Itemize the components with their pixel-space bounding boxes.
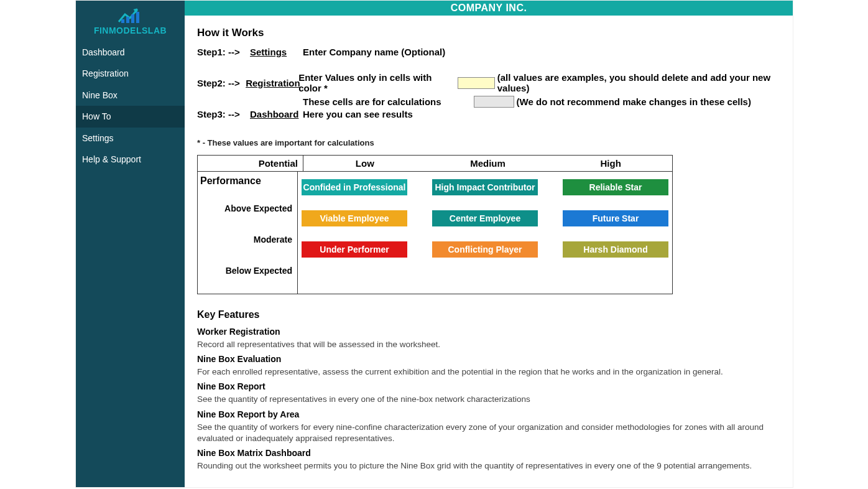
kf-3-h: Nine Box Report by Area (197, 409, 780, 419)
step2-hint: (all values are examples, you should del… (497, 72, 780, 93)
footnote: * - These values are important for calcu… (197, 138, 780, 147)
performance-label: Performance (200, 175, 292, 187)
row-moderate: Moderate (200, 224, 292, 255)
cell-1-1: Center Employee (432, 210, 538, 226)
cell-1-2: Future Star (563, 210, 668, 226)
kf-4-p: Rounding out the worksheet permits you t… (197, 460, 780, 472)
svg-rect-3 (136, 12, 139, 23)
nine-box-grid: Potential Low Medium High Performance Ab… (197, 155, 673, 294)
cell-2-1: Conflicting Player (432, 241, 538, 258)
key-features-title: Key Features (197, 309, 780, 320)
content: How it Works Step1: --> Settings Enter C… (185, 16, 793, 479)
step-row-2b: These cells are for calculations (We do … (197, 96, 780, 108)
calc-cell-swatch (474, 96, 514, 108)
kf-2-p: See the quantity of representatives in e… (197, 394, 780, 405)
step-row-3: Step3: --> Dashboard Here you can see re… (197, 109, 780, 119)
kf-2-h: Nine Box Report (197, 381, 780, 391)
kf-0-h: Worker Registration (197, 327, 780, 337)
cell-0-2: Reliable Star (563, 179, 668, 195)
cell-2-2: Harsh Diamond (563, 241, 668, 258)
col-low: Low (303, 156, 427, 171)
grid-header: Potential Low Medium High (198, 156, 672, 172)
grid-cells: Confided in Professional High Impact Con… (298, 172, 672, 294)
sidebar: FINMODELSLAB Dashboard Registration Nine… (76, 1, 185, 487)
step-row-1: Step1: --> Settings Enter Company name (… (197, 47, 780, 57)
svg-rect-2 (131, 14, 134, 23)
main: COMPANY INC. How it Works Step1: --> Set… (185, 1, 793, 487)
row-labels: Performance Above Expected Moderate Belo… (198, 172, 298, 294)
kf-0-p: Record all representatives that will be … (197, 339, 780, 350)
potential-label: Potential (198, 156, 303, 171)
kf-1-p: For each enrolled representative, assess… (197, 366, 780, 378)
how-it-works-title: How it Works (197, 27, 780, 39)
row-above: Above Expected (200, 193, 292, 224)
kf-3-p: See the quantity of workers for every ni… (197, 422, 780, 444)
step-row-2: Step2: --> Registration Enter Values onl… (197, 72, 780, 93)
step2-desc: Enter Values only in cells with color * (298, 72, 450, 93)
svg-rect-0 (121, 19, 124, 23)
step1-label: Step1: --> (197, 47, 250, 57)
kf-1-h: Nine Box Evaluation (197, 354, 780, 364)
step2b-hint: (We do not recommend make changes in the… (517, 96, 751, 107)
step3-link[interactable]: Dashboard (250, 109, 303, 119)
sidebar-item-nine-box[interactable]: Nine Box (76, 85, 185, 106)
logo: FINMODELSLAB (76, 1, 185, 42)
svg-rect-1 (126, 17, 129, 23)
step1-link[interactable]: Settings (250, 47, 303, 57)
cell-0-0: Confided in Professional (302, 179, 407, 195)
kf-4-h: Nine Box Matrix Dashboard (197, 448, 780, 458)
step1-desc: Enter Company name (Optional) (303, 47, 445, 57)
cell-2-0: Under Performer (302, 241, 407, 258)
step2-link[interactable]: Registration (246, 78, 298, 88)
header-company: COMPANY INC. (185, 1, 793, 16)
cell-0-1: High Impact Contributor (432, 179, 538, 195)
row-below: Below Expected (200, 255, 292, 286)
input-cell-swatch (458, 77, 495, 89)
col-high: High (549, 156, 672, 171)
sidebar-item-dashboard[interactable]: Dashboard (76, 42, 185, 63)
sidebar-item-settings[interactable]: Settings (76, 128, 185, 149)
step2b-desc: These cells are for calculations (303, 96, 441, 107)
cell-1-0: Viable Employee (302, 210, 407, 226)
col-medium: Medium (427, 156, 550, 171)
sidebar-item-how-to[interactable]: How To (76, 106, 185, 127)
step3-label: Step3: --> (197, 109, 250, 119)
step3-desc: Here you can see results (303, 109, 413, 119)
step2-label: Step2: --> (197, 78, 246, 88)
logo-icon (116, 6, 145, 24)
logo-text: FINMODELSLAB (76, 26, 185, 35)
sidebar-item-registration[interactable]: Registration (76, 63, 185, 84)
sidebar-item-help-support[interactable]: Help & Support (76, 149, 185, 170)
